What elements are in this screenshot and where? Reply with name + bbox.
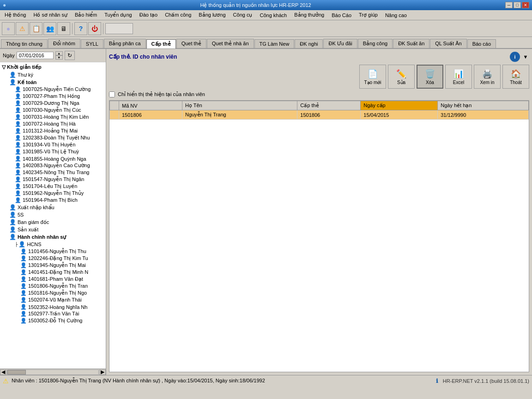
close-button[interactable]: ✕ xyxy=(522,2,529,8)
person-small-icon: 👤 xyxy=(20,262,27,268)
tree-emp-1501816[interactable]: 👤1501816-Nguyễn Thị Ngo xyxy=(18,290,106,296)
tree-group-5s[interactable]: 👤5S xyxy=(7,211,106,218)
tree-emp-1007029[interactable]: 👤1007029-Dương Thị Nga xyxy=(13,100,106,107)
tree-emp-1402083[interactable]: 👤1402083-Nguyễn Cao Cường xyxy=(13,162,106,169)
tab-syll[interactable]: SYLL xyxy=(81,39,103,48)
toolbar-btn-4[interactable]: 👥 xyxy=(43,22,56,35)
tree-emp-1202246[interactable]: 👤1202246-Đặng Thị Kim Tu xyxy=(18,255,106,262)
tree-emp-1301934[interactable]: 👤1301934-Vũ Thị Huyền xyxy=(13,141,106,148)
date-spin-up[interactable]: ▲ xyxy=(55,51,63,55)
scroll-left-btn[interactable]: ◀ xyxy=(0,369,6,375)
menu-bao-hiem[interactable]: Bảo hiểm xyxy=(71,11,101,19)
tab-thong-tin-chung[interactable]: Thông tin chung xyxy=(1,39,48,48)
tab-bang-cong[interactable]: Bảng công xyxy=(358,39,393,48)
menu-cham-cong[interactable]: Chấm công xyxy=(161,11,195,19)
tree-group-khoi-gian-tiep[interactable]: ▽ Khời giản tiếp xyxy=(0,63,106,71)
tree-emp-1007031[interactable]: 👤1007031-Hoàng Thị Kim Liên xyxy=(13,114,106,121)
tree-emp-1007030[interactable]: 👤1007030-Nguyễn Thị Cúc xyxy=(13,107,106,114)
menu-nang-cao[interactable]: Nâng cao xyxy=(381,12,411,19)
tree-emp-1202383[interactable]: 👤1202383-Đoàn Thị Tuyết Nhu xyxy=(13,134,106,141)
print-preview-button[interactable]: 🖨️ Xem in xyxy=(474,65,501,89)
tree-emp-1502352[interactable]: 👤1502352-Hoàng Nghĩa Nh xyxy=(18,303,106,310)
tab-bao-cao[interactable]: Báo cáo xyxy=(467,39,496,48)
settings-icon[interactable]: ▼ xyxy=(522,53,529,60)
tree-emp-1502074[interactable]: 👤1502074-Vũ Mạnh Thái xyxy=(18,296,106,303)
tree-emp-1502977[interactable]: 👤1502977-Trần Văn Tài xyxy=(18,310,106,317)
delete-button[interactable]: 🗑️ Xóa xyxy=(417,65,443,89)
menu-dao-tao[interactable]: Đào tạo xyxy=(136,11,161,19)
tree-group-hcns[interactable]: ├ 👤HCNS xyxy=(13,241,106,248)
tab-dk-suat-an[interactable]: ĐK Suất ăn xyxy=(393,39,429,48)
tree-emp-1301945[interactable]: 👤1301945-Nguyễn Thị Mai xyxy=(18,262,106,269)
table-row[interactable]: 1501806 Nguyễn Thị Trang 1501806 15/04/2… xyxy=(110,110,529,120)
tree-emp-1402345[interactable]: 👤1402345-Nông Thị Thu Trang xyxy=(13,169,106,176)
tree-emp-1007027[interactable]: 👤1007027-Pham Thị Hồng xyxy=(13,93,106,100)
toolbar-btn-5[interactable]: 🖥 xyxy=(57,22,70,35)
menu-tro-giup[interactable]: Trợ giúp xyxy=(355,11,381,19)
tree-group-hanh-chinh[interactable]: 👤Hành chính nhân sự xyxy=(7,233,106,241)
scroll-right-btn[interactable]: ▶ xyxy=(99,369,106,375)
tree-emp-1501806[interactable]: 👤1501806-Nguyễn Thị Tran xyxy=(18,283,106,290)
toolbar-btn-help[interactable]: ? xyxy=(74,22,87,35)
tree-emp-1503052[interactable]: 👤1503052-Đỗ Thị Cường xyxy=(18,317,106,324)
toolbar-btn-power[interactable]: ⏻ xyxy=(88,22,101,35)
tab-dk-uu-dai[interactable]: ĐK Ưu đãi xyxy=(323,39,357,48)
date-spin-down[interactable]: ▼ xyxy=(55,55,63,60)
scroll-thumb[interactable] xyxy=(7,370,26,375)
tree-item-ke-toan[interactable]: 👤Kế toán xyxy=(7,79,106,86)
menu-bang-luong[interactable]: Bảng lương xyxy=(195,11,229,19)
tree-emp-1501964[interactable]: 👤1501964-Pham Thị Bích xyxy=(13,197,106,204)
menu-he-thong[interactable]: Hệ thống xyxy=(1,11,30,19)
tree-emp-1501704[interactable]: 👤1501704-Lều Thị Luyến xyxy=(13,183,106,190)
menu-bang-thuong[interactable]: Bảng thưởng xyxy=(290,11,328,19)
tree-item-thu-ky[interactable]: 👤Thư ký xyxy=(7,71,106,79)
tab-cap-the[interactable]: Cấp thẻ xyxy=(146,39,176,48)
info-icon[interactable]: i xyxy=(510,52,520,62)
tree-emp-1501547[interactable]: 👤1501547-Nguyễn Thị Ngân xyxy=(13,176,106,183)
tab-bang-phan-ca[interactable]: Bảng phân ca xyxy=(104,39,146,48)
menu-tuyen-dung[interactable]: Tuyển dụng xyxy=(101,11,135,19)
tab-ql-suat-an[interactable]: QL Suất Ăn xyxy=(430,39,466,48)
tree-horizontal-scroll[interactable]: ◀ ▶ xyxy=(0,369,106,375)
tab-quet-the-nha-an[interactable]: Quet thẻ nhà ăn xyxy=(207,39,254,48)
tree-emp-1101312[interactable]: 👤1101312-Hoảng Thị Mai xyxy=(13,127,106,134)
toolbar-btn-1[interactable]: ● xyxy=(2,22,15,35)
edit-button[interactable]: ✏️ Sửa xyxy=(388,65,415,89)
tree-emp-1501962[interactable]: 👤1501962-Nguyễn Thị Thủy xyxy=(13,190,106,197)
date-input[interactable] xyxy=(17,52,54,59)
tree-emp-1401855[interactable]: 👤1401855-Hoàng Quỳnh Nga xyxy=(13,155,106,162)
maximize-button[interactable]: □ xyxy=(514,2,521,8)
tree-emp-1007072[interactable]: 👤1007072-Hoàng Thị Hà xyxy=(13,121,106,127)
warning-icon: ⚠ xyxy=(19,25,25,32)
menu-cong-khach[interactable]: Công khách xyxy=(256,12,290,19)
refresh-button[interactable]: ↻ xyxy=(65,51,75,60)
toolbar-btn-warning[interactable]: ⚠ xyxy=(16,22,29,35)
tree-emp-1007025[interactable]: 👤1007025-Nguyễn Tiến Cường xyxy=(13,86,106,93)
tree-group-xuat-nhap-khau[interactable]: 👤Xuất nhập khẩu xyxy=(7,204,106,211)
exit-icon: 🏠 xyxy=(511,69,521,79)
tab-tg-lam-new[interactable]: TG Làm New xyxy=(254,39,295,48)
minimize-button[interactable]: ─ xyxy=(505,2,513,8)
tab-doi-nhom[interactable]: Đổi nhóm xyxy=(48,39,80,48)
tree-emp-1101456[interactable]: 👤1101456-Nguyễn Thị Thu xyxy=(18,248,106,255)
excel-button[interactable]: 📊 Excel xyxy=(445,65,472,89)
tree-emp-1301985[interactable]: 👤1301985-Vũ Thị Lệ Thuỳ xyxy=(13,148,106,155)
col-header-cap-the: Cấp thẻ xyxy=(297,101,361,110)
tab-quet-the[interactable]: Quet thẻ xyxy=(176,39,206,48)
tree-emp-1401451[interactable]: 👤1401451-Đặng Thị Minh N xyxy=(18,269,106,276)
employee-tree[interactable]: ▽ Khời giản tiếp 👤Thư ký 👤Kế toán 👤10070… xyxy=(0,62,106,369)
exit-button[interactable]: 🏠 Thoát xyxy=(502,65,529,89)
scroll-track[interactable] xyxy=(7,369,99,375)
filter-checkbox[interactable] xyxy=(109,91,115,97)
toolbar-btn-3[interactable]: 📋 xyxy=(30,22,42,35)
menu-ho-so[interactable]: Hồ sơ nhân sự xyxy=(30,11,71,19)
tree-group-ban-giam-doc[interactable]: 👤Ban giám đốc xyxy=(7,218,106,226)
tree-emp-1401681[interactable]: 👤1401681-Pham Văn Đạt xyxy=(18,276,106,283)
menu-cong-cu[interactable]: Công cụ xyxy=(230,11,256,19)
tree-group-san-xuat[interactable]: 👤Sản xuất xyxy=(7,226,106,233)
toolbar-input-box[interactable] xyxy=(105,23,133,34)
tab-dk-nghi[interactable]: ĐK nghi xyxy=(295,39,323,48)
toolbar-icon-1: ● xyxy=(6,25,10,32)
create-new-button[interactable]: 📄 Tạo mới xyxy=(359,65,386,89)
menu-bao-cao[interactable]: Báo Cáo xyxy=(328,12,355,19)
